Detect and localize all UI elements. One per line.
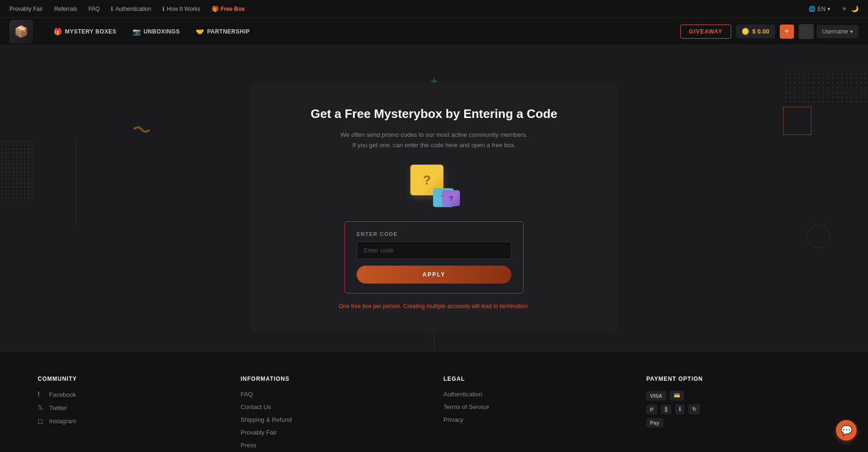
instagram-icon: ◻ (38, 417, 45, 425)
flag-icon: 🌐 (809, 6, 816, 12)
moon-icon[interactable]: 🌙 (851, 5, 859, 12)
footer-informations: INFORMATIONS FAQ Contact Us Shipping & R… (241, 376, 425, 452)
code-label: ENTER CODE (357, 231, 511, 237)
code-input[interactable] (357, 242, 511, 259)
info-icon: ℹ (111, 6, 113, 12)
footer-shipping[interactable]: Shipping & Refund (241, 416, 425, 423)
mastercard-icon: 💳 (670, 391, 684, 401)
payment-row-2: P ₿ ℹ ↻ (646, 404, 830, 414)
main-nav: 📦 🎁 Mystery Boxes 📷 Unboxings 🤝 Partners… (0, 18, 868, 45)
chevron-down-icon: ▾ (827, 6, 830, 12)
box-icon: 🎁 (54, 28, 62, 35)
main-card: Get a Free Mysterybox by Entering a Code… (250, 83, 618, 333)
chat-icon: 💬 (841, 425, 852, 436)
username-button[interactable]: Username ▾ (817, 25, 859, 38)
pay-icon: Pay (646, 418, 663, 427)
avatar (799, 24, 814, 39)
footer-grid: COMMUNITY f Facebook 𝕏 Twitter ◻ Instagr… (38, 376, 830, 452)
sun-icon[interactable]: ☀ (842, 5, 847, 12)
visa-icon: VISA (646, 391, 666, 401)
deco-squiggle: 〜 (131, 119, 152, 141)
deco-line-left (75, 140, 76, 225)
nav-right: GIVEAWAY 🪙 $ 0.00 + Username ▾ (680, 24, 859, 39)
payment-icons: VISA 💳 P ₿ ℹ ↻ Pay (646, 391, 830, 427)
camera-icon: 📷 (133, 28, 141, 35)
deco-dots-left (0, 140, 33, 201)
payment-row-3: Pay (646, 418, 830, 427)
avatar-area: Username ▾ (799, 24, 859, 39)
chat-button[interactable]: 💬 (836, 420, 857, 441)
gift-icon: 🎁 (212, 6, 219, 12)
top-nav: Provably Fair Referrals FAQ ℹ Authentica… (0, 0, 868, 18)
apply-button[interactable]: APPLY (357, 266, 511, 284)
warning-text: One free box per person. Creating multip… (278, 303, 590, 310)
footer-legal: LEGAL Authentication Terms of Service Pr… (443, 376, 627, 452)
community-title: COMMUNITY (38, 376, 222, 382)
deco-dots-right (783, 71, 868, 104)
add-funds-button[interactable]: + (780, 25, 794, 39)
deco-box-outline (783, 107, 811, 135)
twitter-icon: 𝕏 (38, 404, 45, 411)
footer-tos[interactable]: Terms of Service (443, 403, 627, 410)
footer-press[interactable]: Press (241, 442, 425, 449)
chevron-down-icon: ▾ (850, 28, 853, 35)
top-nav-provably-fair[interactable]: Provably Fair (9, 6, 43, 12)
purple-box: ? (442, 190, 460, 206)
nav-mystery-boxes[interactable]: 🎁 Mystery Boxes (47, 24, 123, 39)
footer-contact[interactable]: Contact Us (241, 403, 425, 410)
legal-title: LEGAL (443, 376, 627, 382)
paypal-icon: P (646, 405, 657, 414)
coin-icon: 🪙 (742, 28, 749, 35)
logo: 📦 (9, 20, 33, 43)
page-subtitle: We often send promo codes to our most ac… (278, 130, 590, 151)
footer-provably-fair[interactable]: Provably Fair (241, 429, 425, 436)
info-pay-icon: ℹ (675, 404, 684, 414)
facebook-icon: f (38, 391, 45, 398)
giveaway-button[interactable]: GIVEAWAY (680, 25, 732, 39)
balance-button[interactable]: 🪙 $ 0.00 (736, 25, 775, 38)
nav-items: 🎁 Mystery Boxes 📷 Unboxings 🤝 Partnershi… (47, 24, 680, 39)
nav-unboxings[interactable]: 📷 Unboxings (126, 24, 187, 39)
footer-legal-auth[interactable]: Authentication (443, 391, 627, 398)
handshake-icon: 🤝 (196, 28, 204, 35)
footer-payment: PAYMENT OPTION VISA 💳 P ₿ ℹ ↻ Pay (646, 376, 830, 452)
page-title: Get a Free Mysterybox by Entering a Code (278, 107, 590, 121)
payment-title: PAYMENT OPTION (646, 376, 830, 382)
top-nav-authentication[interactable]: ℹ Authentication (111, 6, 151, 12)
mystery-box-illustration: ? ? ? (406, 165, 462, 207)
footer-facebook[interactable]: f Facebook (38, 391, 222, 398)
logo-area[interactable]: 📦 (9, 20, 33, 43)
top-nav-referrals[interactable]: Referrals (54, 6, 77, 12)
page-content: + 〜 Get a Free Mysterybox by Entering a … (0, 45, 868, 352)
footer-faq[interactable]: FAQ (241, 391, 425, 398)
refresh-icon: ↻ (688, 404, 700, 414)
language-selector[interactable]: 🌐 EN ▾ (809, 6, 830, 12)
payment-row-1: VISA 💳 (646, 391, 830, 401)
footer-instagram[interactable]: ◻ Instagram (38, 417, 222, 425)
top-nav-faq[interactable]: FAQ (88, 6, 100, 12)
crypto-icon: ₿ (661, 405, 671, 414)
top-nav-how-it-works[interactable]: ℹ How It Works (162, 6, 200, 12)
footer-community: COMMUNITY f Facebook 𝕏 Twitter ◻ Instagr… (38, 376, 222, 452)
code-section: ENTER CODE APPLY (344, 221, 524, 293)
footer: COMMUNITY f Facebook 𝕏 Twitter ◻ Instagr… (0, 352, 868, 452)
footer-privacy[interactable]: Privacy (443, 416, 627, 423)
top-nav-free-box[interactable]: 🎁 Free Box (212, 6, 245, 12)
footer-twitter[interactable]: 𝕏 Twitter (38, 404, 222, 411)
question-icon: ℹ (162, 6, 165, 12)
deco-circle (807, 225, 830, 248)
informations-title: INFORMATIONS (241, 376, 425, 382)
nav-partnership[interactable]: 🤝 Partnership (189, 24, 256, 39)
